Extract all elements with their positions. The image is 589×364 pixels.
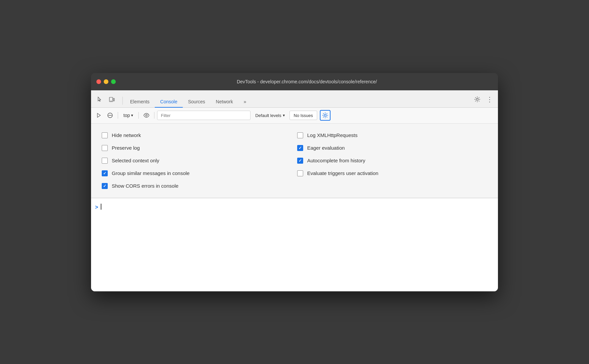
console-prompt: > (95, 204, 98, 211)
levels-label: Default levels (255, 113, 281, 118)
close-button[interactable] (96, 79, 101, 84)
tab-network[interactable]: Network (210, 96, 238, 108)
window-title: DevTools - developer.chrome.com/docs/dev… (121, 79, 493, 84)
settings-grid: Hide network Preserve log Selected conte… (99, 129, 490, 192)
svg-point-8 (324, 114, 326, 116)
maximize-button[interactable] (111, 79, 116, 84)
checkbox-show-cors[interactable] (102, 183, 108, 189)
checkbox-eager-eval[interactable] (297, 145, 303, 151)
console-cursor (101, 204, 101, 210)
checkbox-evaluate-triggers[interactable] (297, 170, 303, 176)
label-hide-network: Hide network (112, 132, 141, 138)
setting-log-xml: Log XMLHttpRequests (294, 129, 490, 142)
block-button[interactable] (105, 110, 115, 120)
label-log-xml: Log XMLHttpRequests (307, 132, 358, 138)
setting-show-cors: Show CORS errors in console (99, 180, 294, 192)
toolbar-divider-1 (118, 112, 118, 119)
device-icon (109, 96, 115, 102)
setting-selected-context: Selected context only (99, 154, 294, 167)
traffic-lights (96, 79, 116, 84)
eye-icon (143, 112, 149, 118)
setting-eager-eval: Eager evaluation (294, 142, 490, 154)
console-settings-button[interactable] (320, 110, 331, 121)
checkbox-log-xml[interactable] (297, 132, 303, 138)
label-autocomplete: Autocomplete from history (307, 158, 365, 163)
checkbox-autocomplete[interactable] (297, 158, 303, 164)
tab-console[interactable]: Console (155, 96, 182, 108)
label-selected-context: Selected context only (112, 158, 159, 163)
levels-chevron-icon: ▾ (283, 113, 285, 118)
filter-input[interactable] (157, 111, 250, 120)
ellipsis-icon: ⋮ (486, 95, 492, 103)
label-evaluate-triggers: Evaluate triggers user activation (307, 170, 378, 176)
tab-bar: Elements Console Sources Network » ⋮ (91, 90, 498, 108)
checkbox-selected-context[interactable] (102, 158, 108, 164)
setting-preserve-log: Preserve log (99, 142, 294, 154)
checkbox-preserve-log[interactable] (102, 145, 108, 151)
settings-gear-icon (322, 112, 328, 118)
svg-point-3 (476, 98, 478, 100)
console-settings-panel: Hide network Preserve log Selected conte… (91, 124, 498, 198)
svg-marker-4 (97, 113, 100, 117)
devtools-window: DevTools - developer.chrome.com/docs/dev… (91, 73, 498, 291)
titlebar: DevTools - developer.chrome.com/docs/dev… (91, 73, 498, 90)
checkbox-group-similar[interactable] (102, 170, 108, 176)
log-levels-button[interactable]: Default levels ▾ (252, 112, 288, 119)
settings-right-column: Log XMLHttpRequests Eager evaluation Aut… (294, 129, 490, 192)
context-dropdown[interactable]: top ▾ (121, 111, 136, 119)
minimize-button[interactable] (104, 79, 108, 84)
console-toolbar: top ▾ Default levels ▾ No Issues (91, 108, 498, 124)
setting-evaluate-triggers: Evaluate triggers user activation (294, 167, 490, 180)
no-entry-icon (107, 112, 113, 118)
inspect-element-button[interactable] (94, 94, 105, 105)
setting-group-similar: Group similar messages in console (99, 167, 294, 180)
tab-bar-left-icons (94, 94, 117, 107)
tab-bar-divider (122, 97, 123, 105)
toolbar-divider-2 (138, 112, 139, 119)
cursor-icon (97, 96, 103, 102)
context-label: top (123, 113, 130, 118)
label-eager-eval: Eager evaluation (307, 145, 345, 151)
toolbar-divider-3 (154, 112, 154, 119)
no-issues-label: No Issues (294, 113, 313, 118)
settings-button[interactable] (472, 94, 483, 105)
checkbox-hide-network[interactable] (102, 132, 108, 138)
tab-elements[interactable]: Elements (125, 96, 155, 108)
tab-bar-right-icons: ⋮ (472, 94, 495, 107)
setting-autocomplete: Autocomplete from history (294, 154, 490, 167)
label-preserve-log: Preserve log (112, 145, 140, 151)
clear-console-button[interactable] (94, 110, 104, 120)
chevron-down-icon: ▾ (131, 113, 133, 118)
play-icon (96, 113, 101, 118)
settings-left-column: Hide network Preserve log Selected conte… (99, 129, 294, 192)
more-options-button[interactable]: ⋮ (484, 94, 495, 105)
tab-more[interactable]: » (238, 96, 251, 108)
svg-point-7 (146, 115, 147, 116)
console-input-area[interactable]: > (91, 198, 498, 291)
setting-hide-network: Hide network (99, 129, 294, 142)
tab-sources[interactable]: Sources (183, 96, 210, 108)
devtools-body: Elements Console Sources Network » ⋮ (91, 90, 498, 291)
svg-rect-1 (113, 98, 114, 101)
eye-button[interactable] (141, 110, 151, 120)
label-group-similar: Group similar messages in console (112, 170, 189, 176)
label-show-cors: Show CORS errors in console (112, 183, 178, 189)
device-toggle-button[interactable] (106, 94, 117, 105)
gear-icon (474, 96, 480, 102)
no-issues-button[interactable]: No Issues (289, 111, 318, 120)
tabs-container: Elements Console Sources Network » (125, 96, 472, 107)
